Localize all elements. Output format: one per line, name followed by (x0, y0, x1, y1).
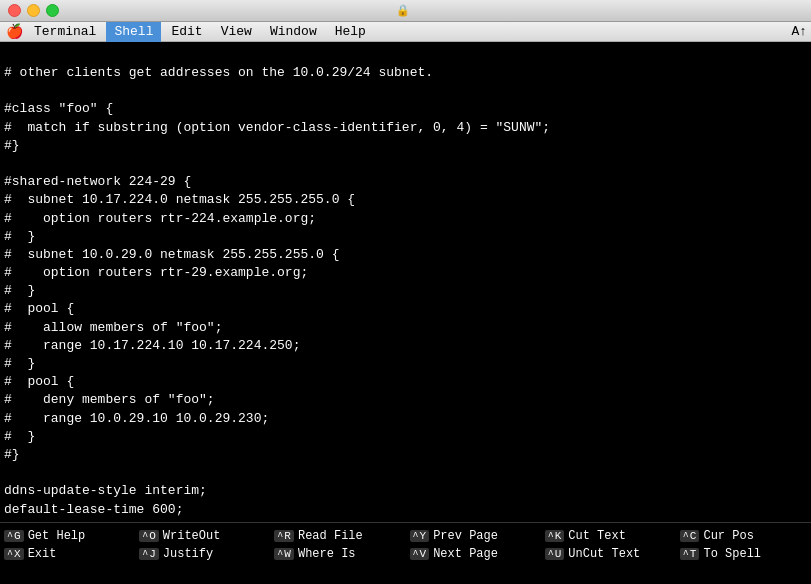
shortcut-row-1-1[interactable]: ^JJustify (139, 545, 266, 563)
menu-terminal[interactable]: Terminal (26, 22, 104, 42)
shortcut-row-4-0[interactable]: ^KCut Text (545, 527, 672, 545)
nano-header (0, 42, 811, 60)
shortcut-key-2-0: ^R (274, 530, 294, 542)
shortcut-label-1-0: WriteOut (163, 529, 221, 543)
menu-shell[interactable]: Shell (106, 22, 161, 42)
shortcut-row-0-1[interactable]: ^XExit (4, 545, 131, 563)
shortcut-label-4-0: Cut Text (568, 529, 626, 543)
shortcut-row-0-0[interactable]: ^GGet Help (4, 527, 131, 545)
menu-view[interactable]: View (213, 22, 260, 42)
shortcut-group-5: ^CCur Pos^TTo Spell (676, 525, 811, 582)
shortcut-label-0-1: Exit (28, 547, 57, 561)
shortcut-row-1-0[interactable]: ^OWriteOut (139, 527, 266, 545)
shortcut-key-2-1: ^W (274, 548, 294, 560)
shortcut-group-1: ^OWriteOut^JJustify (135, 525, 270, 582)
shortcut-key-4-0: ^K (545, 530, 565, 542)
menu-help[interactable]: Help (327, 22, 374, 42)
shortcut-group-2: ^RRead File^WWhere Is (270, 525, 405, 582)
shortcut-row-4-1[interactable]: ^UUnCut Text (545, 545, 672, 563)
shortcut-key-1-1: ^J (139, 548, 159, 560)
shortcut-row-5-1[interactable]: ^TTo Spell (680, 545, 807, 563)
lock-icon: 🔒 (396, 4, 410, 17)
menu-bar: 🍎 Terminal Shell Edit View Window Help A… (0, 22, 811, 42)
menu-window[interactable]: Window (262, 22, 325, 42)
shortcut-key-4-1: ^U (545, 548, 565, 560)
shortcut-group-3: ^YPrev Page^VNext Page (406, 525, 541, 582)
close-button[interactable] (8, 4, 21, 17)
shortcut-key-5-1: ^T (680, 548, 700, 560)
shortcut-label-5-0: Cur Pos (703, 529, 753, 543)
shortcut-label-2-0: Read File (298, 529, 363, 543)
shortcut-row-2-1[interactable]: ^WWhere Is (274, 545, 401, 563)
shortcut-key-1-0: ^O (139, 530, 159, 542)
shortcut-group-0: ^GGet Help^XExit (0, 525, 135, 582)
window-title: 🔒 (396, 4, 416, 17)
menu-edit[interactable]: Edit (163, 22, 210, 42)
maximize-button[interactable] (46, 4, 59, 17)
minimize-button[interactable] (27, 4, 40, 17)
shortcut-label-0-0: Get Help (28, 529, 86, 543)
shortcut-key-0-0: ^G (4, 530, 24, 542)
shortcut-label-4-1: UnCut Text (568, 547, 640, 561)
shortcut-key-3-0: ^Y (410, 530, 430, 542)
title-bar: 🔒 (0, 0, 811, 22)
traffic-lights (0, 4, 59, 17)
shortcut-label-3-1: Next Page (433, 547, 498, 561)
shortcut-row-2-0[interactable]: ^RRead File (274, 527, 401, 545)
shortcut-row-5-0[interactable]: ^CCur Pos (680, 527, 807, 545)
shortcut-key-3-1: ^V (410, 548, 430, 560)
terminal-content[interactable]: # other clients get addresses on the 10.… (0, 60, 811, 522)
shortcut-row-3-0[interactable]: ^YPrev Page (410, 527, 537, 545)
shortcut-label-3-0: Prev Page (433, 529, 498, 543)
shortcut-label-2-1: Where Is (298, 547, 356, 561)
shortcut-row-3-1[interactable]: ^VNext Page (410, 545, 537, 563)
shortcut-label-1-1: Justify (163, 547, 213, 561)
apple-menu-icon[interactable]: 🍎 (4, 22, 24, 42)
shortcut-group-4: ^KCut Text^UUnCut Text (541, 525, 676, 582)
shortcut-key-0-1: ^X (4, 548, 24, 560)
shortcut-label-5-1: To Spell (703, 547, 761, 561)
menu-right-icon: A↑ (791, 24, 807, 39)
shortcuts-bar: ^GGet Help^XExit^OWriteOut^JJustify^RRea… (0, 522, 811, 584)
shortcut-key-5-0: ^C (680, 530, 700, 542)
